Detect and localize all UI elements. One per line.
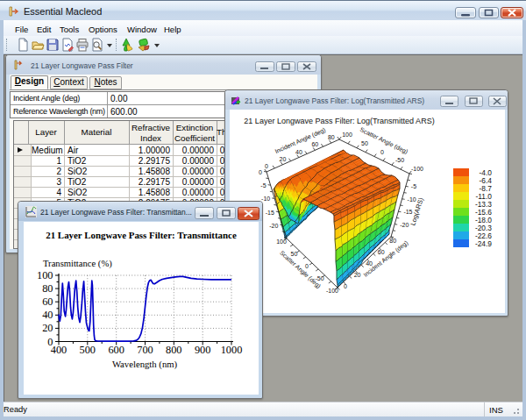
svg-text:-20: -20: [400, 222, 409, 228]
svg-text:Scatter Angle (deg): Scatter Angle (deg): [278, 249, 322, 289]
svg-text:500: 500: [80, 344, 96, 356]
svg-text:20: 20: [42, 322, 53, 334]
svg-text:600: 600: [108, 344, 124, 356]
svg-text:400: 400: [51, 344, 67, 356]
svg-text:1000: 1000: [221, 344, 243, 356]
svg-text:50: 50: [361, 140, 368, 146]
svg-text:60: 60: [42, 295, 53, 308]
svg-text:Transmittance (%): Transmittance (%): [43, 259, 112, 269]
svg-text:-24.9: -24.9: [475, 239, 492, 248]
svg-text:800: 800: [166, 344, 181, 356]
svg-text:80: 80: [42, 282, 53, 295]
svg-text:60: 60: [311, 141, 318, 147]
svg-text:-50: -50: [395, 157, 404, 163]
svg-text:Wavelength (nm): Wavelength (nm): [112, 359, 178, 370]
svg-text:100: 100: [342, 132, 352, 138]
svg-text:50: 50: [291, 251, 298, 257]
svg-text:100: 100: [37, 269, 53, 281]
svg-text:0: 0: [259, 169, 262, 175]
svg-text:0: 0: [265, 163, 268, 169]
svg-text:100: 100: [276, 238, 287, 245]
svg-text:-20: -20: [269, 223, 278, 229]
svg-text:-5: -5: [260, 182, 266, 189]
svg-text:40: 40: [295, 149, 302, 155]
svg-text:900: 900: [195, 344, 210, 356]
svg-text:40: 40: [42, 309, 53, 321]
svg-text:80: 80: [328, 134, 335, 140]
svg-text:20: 20: [280, 156, 287, 162]
svg-text:-15: -15: [266, 210, 274, 216]
svg-text:-5: -5: [411, 183, 416, 189]
svg-text:-100: -100: [411, 166, 423, 172]
svg-text:700: 700: [137, 344, 153, 356]
svg-text:0: 0: [380, 149, 384, 155]
svg-text:-10: -10: [261, 196, 270, 202]
svg-text:0: 0: [305, 263, 309, 269]
svg-text:-10: -10: [408, 196, 416, 203]
svg-text:-100: -100: [326, 288, 338, 294]
svg-text:21 Layer Longwave Pass Filter:: 21 Layer Longwave Pass Filter: Log(Trans…: [244, 117, 434, 125]
svg-text:21 Layer Longwave Pass Filter:: 21 Layer Longwave Pass Filter: Transmitt…: [46, 230, 237, 240]
svg-text:0: 0: [47, 336, 53, 348]
